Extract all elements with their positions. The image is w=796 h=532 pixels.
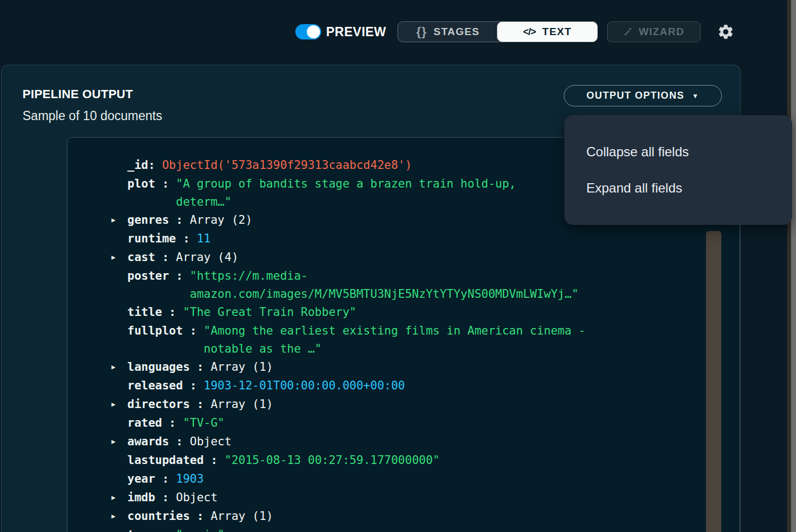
field-row-year: year :1903	[111, 469, 739, 488]
field-value: Array (1)	[211, 395, 273, 414]
expand-arrow-icon[interactable]: ▶	[111, 395, 127, 414]
field-row-awards: ▶awards :Object	[111, 432, 739, 451]
field-row-imdb: ▶imdb :Object	[111, 488, 739, 507]
output-options-button[interactable]: OUTPUT OPTIONS ▼	[564, 85, 722, 106]
expand-arrow-icon[interactable]: ▶	[111, 432, 127, 451]
field-value: 1903	[176, 469, 204, 488]
window-edge	[791, 0, 796, 532]
field-value: "https://m.media-	[190, 267, 308, 285]
menu-item-expand-all-fields[interactable]: Expand all fields	[564, 170, 792, 206]
field-row-released: released :1903-12-01T00:00:00.000+00:00	[111, 376, 739, 395]
field-key: title :	[127, 303, 176, 321]
field-row-languages: ▶languages :Array (1)	[111, 358, 739, 376]
pipeline-output-title: PIPELINE OUTPUT	[23, 87, 133, 101]
field-key: imdb :	[127, 488, 169, 507]
field-value: "A group of bandits stage a brazen train…	[176, 174, 517, 193]
field-row-rated: rated :"TV-G"	[111, 414, 739, 432]
field-value: Object	[190, 432, 232, 451]
field-value: "2015-08-13 00:27:59.177000000"	[225, 451, 440, 469]
expand-arrow-icon[interactable]: ▶	[111, 211, 127, 229]
field-value: Array (1)	[211, 507, 273, 525]
wizard-label: WIZARD	[638, 26, 684, 38]
field-key: lastupdated :	[127, 451, 217, 469]
preview-label: PREVIEW	[326, 25, 386, 39]
field-key: fullplot :	[127, 321, 197, 340]
field-key: type :	[127, 525, 169, 532]
output-options-label: OUTPUT OPTIONS	[586, 90, 684, 101]
field-key: awards :	[127, 432, 183, 451]
output-options-menu: Collapse all fields Expand all fields	[564, 115, 792, 225]
field-key: runtime :	[127, 229, 190, 248]
field-key: directors :	[127, 395, 204, 414]
pipeline-output-subtitle: Sample of 10 documents	[23, 109, 162, 123]
expand-arrow-icon[interactable]: ▶	[111, 507, 127, 525]
field-key: poster :	[127, 267, 183, 285]
tab-text-label: TEXT	[542, 26, 571, 38]
field-key: plot :	[127, 174, 169, 193]
field-value: Array (1)	[211, 358, 273, 376]
field-row-poster-continued: amazon.com/images/M/MV5BMTU3NjE5NzYtYTYy…	[111, 285, 739, 303]
field-row-directors: ▶directors :Array (1)	[111, 395, 739, 414]
field-key: rated :	[127, 414, 176, 432]
field-value: ObjectId('573a1390f29313caabcd42e8')	[162, 156, 412, 174]
stages-text-segmented-control: {} STAGES </> TEXT	[397, 21, 598, 42]
wizard-button[interactable]: WIZARD	[607, 21, 700, 42]
gear-icon[interactable]	[717, 23, 735, 41]
field-row-countries: ▶countries :Array (1)	[111, 507, 739, 525]
menu-item-collapse-all-fields[interactable]: Collapse all fields	[564, 134, 792, 170]
field-row-runtime: runtime :11	[111, 229, 739, 248]
field-row-lastupdated: lastupdated :"2015-08-13 00:27:59.177000…	[111, 451, 739, 469]
field-value: "Among the earliest existing films in Am…	[204, 321, 585, 340]
field-key: _id:	[127, 156, 155, 174]
field-key: released :	[127, 376, 197, 395]
field-value: Object	[176, 488, 218, 507]
expand-arrow-icon[interactable]: ▶	[111, 248, 127, 267]
field-key: year :	[127, 469, 169, 488]
field-row-fullplot-continued: notable as the …"	[111, 340, 739, 358]
curly-braces-icon: {}	[416, 25, 427, 39]
field-value: determ…"	[176, 193, 232, 211]
field-key: languages :	[127, 358, 204, 376]
expand-arrow-icon[interactable]: ▶	[111, 358, 127, 376]
field-value: Array (4)	[176, 248, 239, 267]
magic-wand-icon	[623, 27, 633, 37]
field-key: genres :	[127, 211, 183, 229]
window-edge-shadow	[787, 0, 791, 532]
field-row-poster: poster :"https://m.media-	[111, 267, 739, 285]
field-value: notable as the …"	[204, 340, 322, 358]
field-value: amazon.com/images/M/MV5BMTU3NjE5NzYtYTYy…	[190, 285, 579, 303]
field-key: countries :	[127, 507, 204, 525]
preview-toggle[interactable]	[295, 24, 321, 39]
expand-arrow-icon[interactable]: ▶	[111, 488, 127, 507]
toggle-knob	[307, 25, 320, 38]
field-key: cast :	[127, 248, 169, 267]
field-value: 11	[197, 229, 210, 248]
field-value: "movie"	[176, 525, 225, 532]
field-value: "The Great Train Robbery"	[183, 303, 356, 321]
code-brackets-icon: </>	[523, 26, 536, 38]
vertical-scrollbar-thumb[interactable]	[706, 231, 721, 532]
field-value: Array (2)	[190, 211, 253, 229]
field-value: "TV-G"	[183, 414, 225, 432]
field-row-cast: ▶cast :Array (4)	[111, 248, 739, 267]
field-row-title: title :"The Great Train Robbery"	[111, 303, 739, 321]
tab-text[interactable]: </> TEXT	[497, 21, 598, 42]
chevron-down-icon: ▼	[692, 92, 699, 100]
field-row-type: type :"movie"	[111, 525, 739, 532]
field-row-fullplot: fullplot :"Among the earliest existing f…	[111, 321, 739, 340]
field-value: 1903-12-01T00:00:00.000+00:00	[204, 376, 405, 395]
tab-stages[interactable]: {} STAGES	[398, 22, 498, 42]
tab-stages-label: STAGES	[434, 26, 480, 38]
